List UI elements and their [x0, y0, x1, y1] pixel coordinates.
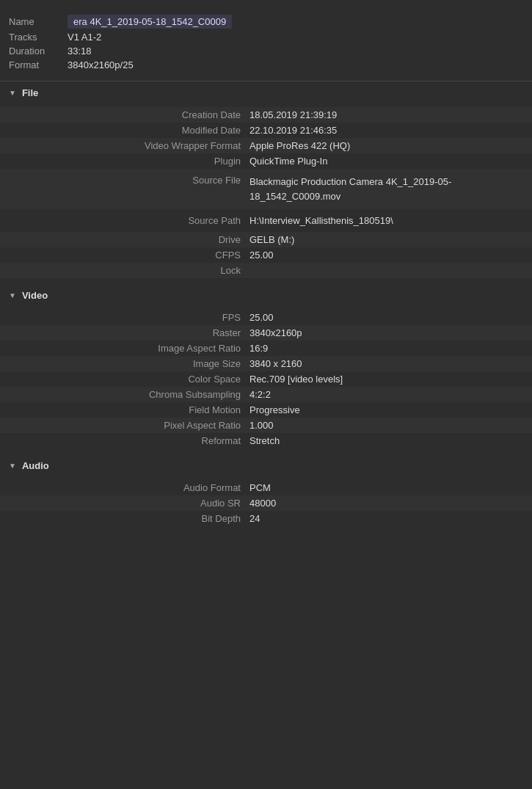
video-prop-label: Reformat: [0, 435, 249, 446]
video-prop-label: Field Motion: [0, 404, 249, 415]
audio-prop-row: Bit Depth 24: [0, 511, 532, 526]
tracks-value: V1 A1-2: [68, 32, 101, 43]
top-metadata: Name era 4K_1_2019-05-18_1542_C0009 Trac…: [0, 7, 532, 81]
plugin-value: QuickTime Plug-In: [249, 156, 532, 167]
name-row: Name era 4K_1_2019-05-18_1542_C0009: [9, 13, 523, 30]
video-prop-value: Rec.709 [video levels]: [249, 374, 532, 385]
video-prop-row: Pixel Aspect Ratio 1.000: [0, 418, 532, 433]
source-path-value: H:\Interview_Kallisthenis_180519\: [249, 215, 532, 226]
video-section-content: FPS 25.00 Raster 3840x2160p Image Aspect…: [0, 307, 532, 454]
drive-row: Drive GELB (M:): [0, 232, 532, 247]
lock-row: Lock: [0, 263, 532, 278]
video-prop-row: Image Size 3840 x 2160: [0, 356, 532, 371]
video-prop-label: Chroma Subsampling: [0, 389, 249, 400]
video-section-title: Video: [22, 290, 48, 301]
drive-value: GELB (M:): [249, 234, 532, 245]
name-label: Name: [9, 16, 68, 27]
file-section-header[interactable]: ▼ File: [0, 81, 532, 104]
video-prop-value: 3840x2160p: [249, 327, 532, 338]
audio-prop-row: Audio SR 48000: [0, 495, 532, 511]
video-prop-value: 25.00: [249, 312, 532, 323]
name-value: era 4K_1_2019-05-18_1542_C0009: [68, 15, 232, 29]
audio-section-content: Audio Format PCM Audio SR 48000 Bit Dept…: [0, 477, 532, 532]
modified-date-row: Modified Date 22.10.2019 21:46:35: [0, 123, 532, 138]
source-path-row: Source Path H:\Interview_Kallisthenis_18…: [0, 209, 532, 232]
cfps-value: 25.00: [249, 250, 532, 261]
source-file-value: Blackmagic Production Camera 4K_1_2019-0…: [249, 175, 532, 203]
video-prop-row: Field Motion Progressive: [0, 402, 532, 418]
cfps-row: CFPS 25.00: [0, 247, 532, 263]
audio-section-header[interactable]: ▼ Audio: [0, 454, 532, 477]
audio-prop-row: Audio Format PCM: [0, 480, 532, 495]
format-label: Format: [9, 59, 68, 70]
audio-prop-label: Audio SR: [0, 498, 249, 509]
format-row: Format 3840x2160p/25: [9, 58, 523, 72]
video-prop-label: Pixel Aspect Ratio: [0, 420, 249, 431]
video-wrapper-format-value: Apple ProRes 422 (HQ): [249, 140, 532, 151]
video-prop-row: Image Aspect Ratio 16:9: [0, 341, 532, 356]
video-prop-value: 3840 x 2160: [249, 358, 532, 369]
audio-prop-value: 24: [249, 513, 532, 524]
plugin-row: Plugin QuickTime Plug-In: [0, 153, 532, 169]
audio-prop-label: Audio Format: [0, 482, 249, 493]
modified-date-label: Modified Date: [0, 125, 249, 136]
modified-date-value: 22.10.2019 21:46:35: [249, 125, 532, 136]
info-panel: Name era 4K_1_2019-05-18_1542_C0009 Trac…: [0, 0, 532, 539]
audio-prop-value: 48000: [249, 498, 532, 509]
file-section: ▼ File Creation Date 18.05.2019 21:39:19…: [0, 81, 532, 284]
source-path-label: Source Path: [0, 215, 249, 226]
format-value: 3840x2160p/25: [68, 59, 134, 70]
source-file-row: Source File Blackmagic Production Camera…: [0, 169, 532, 209]
tracks-row: Tracks V1 A1-2: [9, 30, 523, 44]
video-prop-row: Reformat Stretch: [0, 433, 532, 448]
duration-value: 33:18: [68, 46, 92, 57]
video-triangle-icon: ▼: [9, 291, 16, 299]
video-prop-row: Raster 3840x2160p: [0, 325, 532, 341]
video-prop-row: FPS 25.00: [0, 310, 532, 325]
video-prop-value: 1.000: [249, 420, 532, 431]
creation-date-label: Creation Date: [0, 109, 249, 120]
source-file-label: Source File: [0, 175, 249, 186]
video-prop-label: FPS: [0, 312, 249, 323]
video-prop-row: Chroma Subsampling 4:2:2: [0, 387, 532, 402]
audio-prop-value: PCM: [249, 482, 532, 493]
audio-section: ▼ Audio Audio Format PCM Audio SR 48000 …: [0, 454, 532, 532]
audio-section-title: Audio: [22, 460, 49, 471]
audio-triangle-icon: ▼: [9, 462, 16, 470]
video-prop-label: Raster: [0, 327, 249, 338]
video-prop-label: Color Space: [0, 374, 249, 385]
file-triangle-icon: ▼: [9, 89, 16, 97]
video-prop-value: 4:2:2: [249, 389, 532, 400]
drive-label: Drive: [0, 234, 249, 245]
lock-label: Lock: [0, 265, 249, 276]
audio-prop-label: Bit Depth: [0, 513, 249, 524]
video-wrapper-format-row: Video Wrapper Format Apple ProRes 422 (H…: [0, 138, 532, 153]
creation-date-row: Creation Date 18.05.2019 21:39:19: [0, 107, 532, 123]
video-wrapper-format-label: Video Wrapper Format: [0, 140, 249, 151]
video-prop-value: Stretch: [249, 435, 532, 446]
duration-row: Duration 33:18: [9, 44, 523, 58]
tracks-label: Tracks: [9, 32, 68, 43]
cfps-label: CFPS: [0, 250, 249, 261]
plugin-label: Plugin: [0, 156, 249, 167]
video-prop-label: Image Aspect Ratio: [0, 343, 249, 354]
video-prop-value: Progressive: [249, 404, 532, 415]
duration-label: Duration: [9, 46, 68, 57]
video-prop-row: Color Space Rec.709 [video levels]: [0, 371, 532, 387]
video-prop-value: 16:9: [249, 343, 532, 354]
video-section-header[interactable]: ▼ Video: [0, 284, 532, 307]
file-section-title: File: [22, 87, 38, 98]
file-section-content: Creation Date 18.05.2019 21:39:19 Modifi…: [0, 104, 532, 284]
video-prop-label: Image Size: [0, 358, 249, 369]
video-section: ▼ Video FPS 25.00 Raster 3840x2160p Imag…: [0, 284, 532, 454]
creation-date-value: 18.05.2019 21:39:19: [249, 109, 532, 120]
